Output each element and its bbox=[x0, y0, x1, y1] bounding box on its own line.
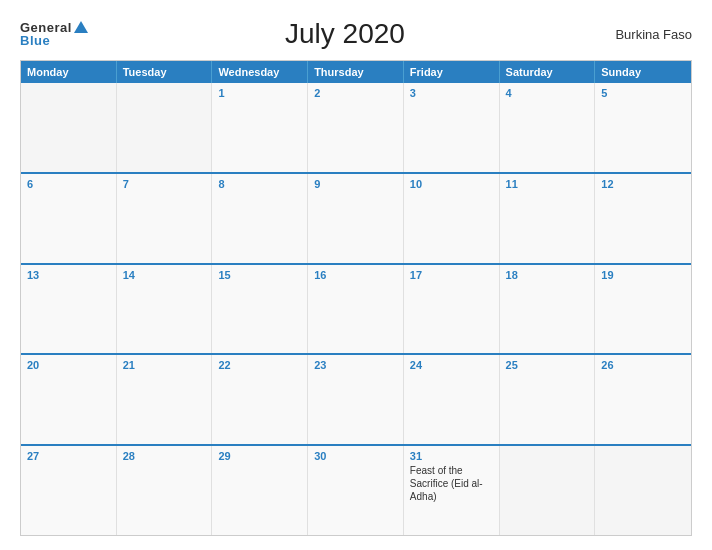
calendar-cell: 18 bbox=[500, 265, 596, 354]
day-event: Feast of the Sacrifice (Eid al-Adha) bbox=[410, 464, 493, 503]
header-day-tuesday: Tuesday bbox=[117, 61, 213, 83]
calendar-cell bbox=[595, 446, 691, 535]
day-number: 21 bbox=[123, 359, 206, 371]
calendar-cell: 13 bbox=[21, 265, 117, 354]
calendar-header: MondayTuesdayWednesdayThursdayFridaySatu… bbox=[21, 61, 691, 83]
calendar-cell: 14 bbox=[117, 265, 213, 354]
calendar-cell: 20 bbox=[21, 355, 117, 444]
calendar-cell: 29 bbox=[212, 446, 308, 535]
calendar-cell: 1 bbox=[212, 83, 308, 172]
calendar-cell: 16 bbox=[308, 265, 404, 354]
header-day-saturday: Saturday bbox=[500, 61, 596, 83]
day-number: 17 bbox=[410, 269, 493, 281]
day-number: 9 bbox=[314, 178, 397, 190]
day-number: 25 bbox=[506, 359, 589, 371]
calendar-cell: 19 bbox=[595, 265, 691, 354]
calendar-cell: 25 bbox=[500, 355, 596, 444]
day-number: 3 bbox=[410, 87, 493, 99]
day-number: 29 bbox=[218, 450, 301, 462]
day-number: 26 bbox=[601, 359, 685, 371]
header-day-wednesday: Wednesday bbox=[212, 61, 308, 83]
calendar-week-1: 12345 bbox=[21, 83, 691, 174]
calendar: MondayTuesdayWednesdayThursdayFridaySatu… bbox=[20, 60, 692, 536]
header-day-friday: Friday bbox=[404, 61, 500, 83]
calendar-cell: 22 bbox=[212, 355, 308, 444]
day-number: 15 bbox=[218, 269, 301, 281]
page: General Blue July 2020 Burkina Faso Mond… bbox=[0, 0, 712, 550]
day-number: 8 bbox=[218, 178, 301, 190]
day-number: 6 bbox=[27, 178, 110, 190]
calendar-cell: 8 bbox=[212, 174, 308, 263]
calendar-cell: 6 bbox=[21, 174, 117, 263]
calendar-week-3: 13141516171819 bbox=[21, 265, 691, 356]
header-day-monday: Monday bbox=[21, 61, 117, 83]
day-number: 27 bbox=[27, 450, 110, 462]
day-number: 31 bbox=[410, 450, 493, 462]
calendar-cell: 17 bbox=[404, 265, 500, 354]
calendar-cell bbox=[117, 83, 213, 172]
header-day-thursday: Thursday bbox=[308, 61, 404, 83]
country-label: Burkina Faso bbox=[602, 27, 692, 42]
day-number: 4 bbox=[506, 87, 589, 99]
header: General Blue July 2020 Burkina Faso bbox=[20, 18, 692, 50]
day-number: 23 bbox=[314, 359, 397, 371]
calendar-cell: 2 bbox=[308, 83, 404, 172]
day-number: 18 bbox=[506, 269, 589, 281]
calendar-cell bbox=[21, 83, 117, 172]
day-number: 5 bbox=[601, 87, 685, 99]
calendar-cell: 10 bbox=[404, 174, 500, 263]
day-number: 28 bbox=[123, 450, 206, 462]
calendar-cell: 31Feast of the Sacrifice (Eid al-Adha) bbox=[404, 446, 500, 535]
day-number: 19 bbox=[601, 269, 685, 281]
day-number: 2 bbox=[314, 87, 397, 99]
day-number: 30 bbox=[314, 450, 397, 462]
calendar-cell: 11 bbox=[500, 174, 596, 263]
day-number: 22 bbox=[218, 359, 301, 371]
calendar-week-5: 2728293031Feast of the Sacrifice (Eid al… bbox=[21, 446, 691, 535]
header-day-sunday: Sunday bbox=[595, 61, 691, 83]
calendar-cell bbox=[500, 446, 596, 535]
calendar-cell: 30 bbox=[308, 446, 404, 535]
calendar-cell: 9 bbox=[308, 174, 404, 263]
day-number: 10 bbox=[410, 178, 493, 190]
calendar-cell: 26 bbox=[595, 355, 691, 444]
calendar-title: July 2020 bbox=[88, 18, 602, 50]
calendar-cell: 24 bbox=[404, 355, 500, 444]
day-number: 1 bbox=[218, 87, 301, 99]
calendar-cell: 4 bbox=[500, 83, 596, 172]
day-number: 13 bbox=[27, 269, 110, 281]
calendar-cell: 21 bbox=[117, 355, 213, 444]
day-number: 16 bbox=[314, 269, 397, 281]
calendar-week-4: 20212223242526 bbox=[21, 355, 691, 446]
calendar-cell: 27 bbox=[21, 446, 117, 535]
day-number: 24 bbox=[410, 359, 493, 371]
day-number: 11 bbox=[506, 178, 589, 190]
calendar-week-2: 6789101112 bbox=[21, 174, 691, 265]
day-number: 20 bbox=[27, 359, 110, 371]
day-number: 14 bbox=[123, 269, 206, 281]
calendar-cell: 23 bbox=[308, 355, 404, 444]
calendar-body: 1234567891011121314151617181920212223242… bbox=[21, 83, 691, 535]
logo-triangle-icon bbox=[74, 21, 88, 33]
calendar-cell: 15 bbox=[212, 265, 308, 354]
logo-blue-text: Blue bbox=[20, 34, 50, 47]
calendar-cell: 5 bbox=[595, 83, 691, 172]
day-number: 7 bbox=[123, 178, 206, 190]
calendar-cell: 3 bbox=[404, 83, 500, 172]
day-number: 12 bbox=[601, 178, 685, 190]
calendar-cell: 12 bbox=[595, 174, 691, 263]
calendar-cell: 7 bbox=[117, 174, 213, 263]
calendar-cell: 28 bbox=[117, 446, 213, 535]
logo: General Blue bbox=[20, 21, 88, 47]
